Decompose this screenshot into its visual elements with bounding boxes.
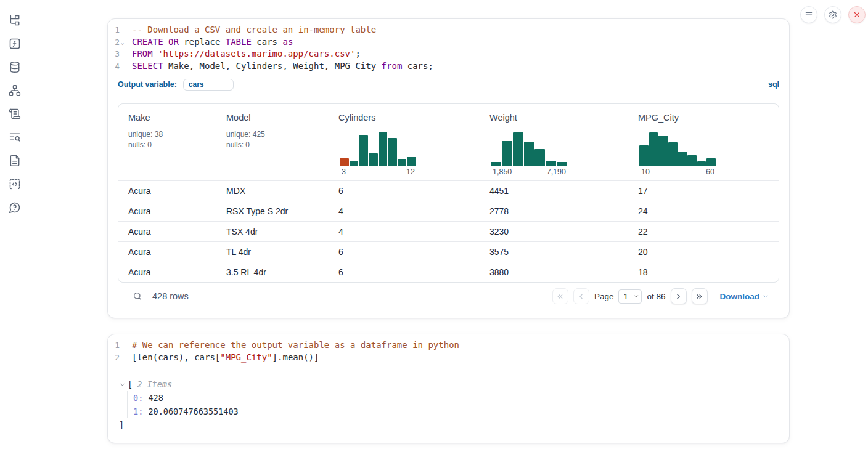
table-cell: 2778 — [480, 206, 628, 216]
histogram-bar[interactable] — [678, 152, 687, 166]
tree-items-count: 2 Items — [137, 378, 172, 391]
table-cell: 4 — [329, 206, 480, 216]
column-histogram[interactable]: 1060 — [639, 132, 716, 176]
histogram-bar[interactable] — [706, 158, 716, 166]
previous-page-button[interactable] — [573, 288, 589, 304]
table-cell: 3.5 RL 4dr — [216, 267, 329, 277]
stat-line: nulls: 0 — [226, 140, 329, 150]
next-page-button[interactable] — [671, 288, 687, 304]
table-cell: 20 — [628, 247, 779, 257]
column-header[interactable]: Modelunique: 425nulls: 0 — [216, 104, 329, 180]
snippets-code-icon[interactable] — [8, 177, 22, 191]
table-row: AcuraTL 4dr6357520 — [118, 241, 779, 262]
collapse-chevron-icon[interactable] — [119, 381, 126, 388]
histogram-bar[interactable] — [668, 142, 678, 166]
histogram-bar[interactable] — [407, 157, 416, 166]
histogram-bar[interactable] — [502, 141, 512, 166]
histogram-bar[interactable] — [359, 135, 368, 166]
table-cell: Acura — [118, 227, 216, 237]
output-variable-input[interactable] — [183, 79, 234, 91]
chevron-down-icon — [762, 293, 769, 300]
histogram-bar[interactable] — [491, 162, 501, 166]
histogram-bar[interactable] — [687, 155, 697, 166]
function-square-icon[interactable] — [8, 37, 22, 51]
table-footer: 428 rows Page 1 of 86 — [118, 283, 779, 312]
file-tree-icon[interactable] — [8, 14, 22, 27]
code-line: 3FROM 'https://datasets.marimo.app/cars.… — [108, 48, 789, 60]
column-histogram[interactable]: 1,8507,190 — [491, 132, 567, 176]
scroll-text-icon[interactable] — [8, 107, 22, 121]
sql-code-editor[interactable]: 1-- Download a CSV and create an in-memo… — [108, 19, 789, 76]
histogram-bar[interactable] — [649, 132, 658, 166]
column-header[interactable]: MPG_City1060 — [628, 104, 779, 180]
table-cell: 18 — [628, 267, 779, 277]
histogram-bar[interactable] — [379, 132, 388, 166]
page-select[interactable]: 1 — [618, 289, 642, 304]
table-cell: 4 — [329, 227, 480, 237]
dependency-graph-icon[interactable] — [8, 84, 22, 97]
document-icon[interactable] — [8, 154, 22, 168]
left-sidebar — [0, 0, 30, 449]
close-button[interactable] — [848, 6, 866, 23]
python-cell: 1# We can reference the output variable … — [107, 334, 790, 443]
table-row: AcuraMDX6445117 — [118, 180, 779, 201]
axis-max-label: 7,190 — [547, 168, 566, 176]
code-line: 1-- Download a CSV and create an in-memo… — [108, 24, 789, 36]
histogram-bar[interactable] — [369, 153, 378, 166]
line-number: 2 — [108, 352, 120, 364]
python-output-tree: [ 2 Items 0: 4281: 20.060747663551403 ] — [108, 368, 789, 443]
histogram-bar[interactable] — [658, 136, 668, 166]
tree-entry: 1: 20.060747663551403 — [133, 405, 779, 418]
search-icon[interactable] — [133, 291, 142, 301]
column-stats: unique: 425nulls: 0 — [226, 129, 329, 150]
histogram-bar[interactable] — [388, 138, 397, 166]
text-search-icon[interactable] — [8, 131, 22, 144]
column-name: Model — [226, 113, 329, 123]
download-button[interactable]: Download — [720, 292, 769, 301]
page-total-label: of 86 — [647, 292, 665, 301]
histogram-bar[interactable] — [639, 145, 649, 166]
fold-chevron-icon[interactable]: ⌄ — [121, 37, 124, 49]
stat-line: nulls: 0 — [128, 140, 216, 150]
histogram-bar[interactable] — [557, 162, 567, 166]
histogram-bar[interactable] — [524, 142, 534, 166]
help-icon[interactable] — [8, 201, 22, 214]
histogram-axis-labels: 312 — [340, 166, 416, 176]
histogram-bar[interactable] — [350, 161, 359, 166]
stat-line: unique: 38 — [128, 129, 216, 140]
histogram-bar[interactable] — [534, 149, 545, 166]
line-number: 1 — [108, 24, 120, 36]
histogram-bar[interactable] — [340, 158, 349, 166]
table-cell: Acura — [118, 247, 216, 257]
output-variable-label: Output variable: — [118, 80, 177, 89]
column-header[interactable]: Weight1,8507,190 — [480, 104, 628, 180]
histogram-bar[interactable] — [697, 161, 706, 166]
page-select-value: 1 — [623, 292, 628, 301]
window-controls — [800, 6, 866, 23]
axis-min-label: 3 — [342, 168, 346, 176]
python-code-editor[interactable]: 1# We can reference the output variable … — [108, 334, 789, 368]
first-page-button[interactable] — [552, 288, 568, 304]
histogram-bar[interactable] — [513, 132, 523, 166]
column-name: MPG_City — [638, 113, 779, 123]
table-cell: 3575 — [480, 247, 628, 257]
table-cell: 6 — [329, 186, 480, 196]
last-page-button[interactable] — [692, 288, 708, 304]
tree-entry-value: 20.060747663551403 — [143, 407, 238, 416]
histogram-bars — [340, 132, 416, 166]
histogram-axis-labels: 1060 — [639, 166, 716, 176]
stat-line: unique: 425 — [226, 129, 329, 140]
settings-button[interactable] — [824, 6, 841, 23]
histogram-bar[interactable] — [398, 159, 407, 166]
database-icon[interactable] — [8, 60, 22, 74]
histogram-bar[interactable] — [546, 161, 556, 166]
tree-entry-value: 428 — [143, 393, 163, 403]
axis-max-label: 60 — [706, 168, 714, 176]
table-cell: TSX 4dr — [216, 227, 329, 237]
result-table: Makeunique: 38nulls: 0Modelunique: 425nu… — [118, 103, 779, 283]
column-header[interactable]: Makeunique: 38nulls: 0 — [118, 104, 216, 180]
column-header[interactable]: Cylinders312 — [329, 104, 480, 180]
column-histogram[interactable]: 312 — [340, 132, 416, 176]
menu-button[interactable] — [800, 6, 817, 23]
code-line: 4SELECT Make, Model, Cylinders, Weight, … — [108, 60, 789, 73]
